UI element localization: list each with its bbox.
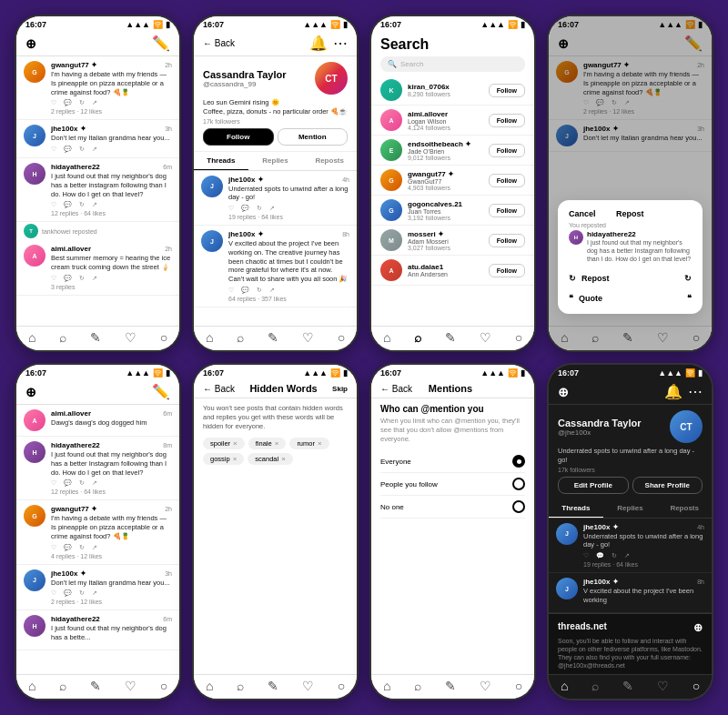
tab-reposts[interactable]: Reposts [302,152,357,170]
follow-btn-2[interactable]: Follow [489,114,525,127]
result-name-6[interactable]: mosseri ✦ [408,230,483,238]
radio-noone[interactable] [512,500,525,513]
repost-3[interactable]: ↻ [79,201,85,208]
nav-profile-3[interactable]: ○ [515,330,522,345]
result-name-4[interactable]: gwangut77 ✦ [408,170,483,178]
nav-search-6[interactable]: ⌕ [237,679,244,693]
result-name-2[interactable]: aimi.allover [408,110,483,118]
nav-compose-7[interactable]: ✎ [445,679,456,693]
mention-option-following[interactable]: People you follow [380,473,525,496]
nav-home-8[interactable]: ⌂ [561,679,568,693]
search-box[interactable]: 🔍 Search [380,56,525,72]
profile-followers[interactable]: 17k followers [203,118,348,125]
dark-like-1[interactable]: ♡ [583,552,589,559]
compose-icon[interactable]: ✏️ [152,35,170,52]
share-action[interactable]: ↗ [92,99,97,106]
dark-tab-threads[interactable]: Threads [549,499,603,518]
repost-f5-4[interactable]: ↻ [79,589,85,597]
comment-p2-1[interactable]: 💬 [241,205,249,212]
username-p2-2[interactable]: jhe100x ✦ [228,230,264,238]
repost-f5-2[interactable]: ↻ [79,479,85,487]
share-p2-1[interactable]: ↗ [269,205,275,212]
repost-f5-3[interactable]: ↻ [79,544,85,551]
share-p2-2[interactable]: ↗ [269,287,275,294]
nav-home[interactable]: ⌂ [28,330,35,345]
username-3[interactable]: hidayathere22 [51,163,100,171]
share-f5-3[interactable]: ↗ [92,544,97,551]
back-button-2[interactable]: ← Back [203,38,235,48]
radio-everyone[interactable] [512,455,525,468]
nav-profile-5[interactable]: ○ [160,679,167,693]
comment-5[interactable]: 💬 [64,275,72,282]
nav-activity-7[interactable]: ♡ [480,679,491,693]
username-2[interactable]: jhe100x ✦ [51,125,86,133]
user-f5-2[interactable]: hidayathere22 [51,441,100,449]
follow-button[interactable]: Follow [203,128,274,146]
like-p2-2[interactable]: ♡ [228,287,234,294]
nav-activity-2[interactable]: ♡ [302,330,314,345]
nav-profile-6[interactable]: ○ [338,679,345,693]
radio-following[interactable] [512,478,525,490]
like-5[interactable]: ♡ [51,275,56,282]
nav-search-2[interactable]: ⌕ [237,330,244,345]
comment-f5-2[interactable]: 💬 [64,479,72,487]
nav-home-2[interactable]: ⌂ [206,330,213,345]
repost-p2-1[interactable]: ↻ [257,205,262,212]
nav-profile[interactable]: ○ [160,330,167,345]
dark-tab-reposts[interactable]: Reposts [657,499,712,518]
nav-activity-8[interactable]: ♡ [657,679,669,693]
follow-btn-4[interactable]: Follow [489,174,525,187]
mention-option-everyone[interactable]: Everyone [380,450,525,473]
repost-5[interactable]: ↻ [79,275,85,282]
like-f5-4[interactable]: ♡ [51,589,56,597]
dark-profile-followers[interactable]: 17k followers [558,467,703,473]
remove-rumor[interactable]: × [318,439,322,448]
comment-action[interactable]: 💬 [64,99,72,106]
nav-search-5[interactable]: ⌕ [59,679,66,693]
comment-f5-3[interactable]: 💬 [64,544,72,551]
edit-profile-btn[interactable]: Edit Profile [558,477,629,494]
share-5[interactable]: ↗ [92,275,97,282]
nav-home-7[interactable]: ⌂ [383,679,390,693]
dark-user-2[interactable]: jhe100x ✦ [583,578,619,586]
more-8[interactable]: ⋯ [688,383,703,400]
user-f5-4[interactable]: jhe100x ✦ [51,569,86,578]
dark-tab-replies[interactable]: Replies [603,499,658,518]
result-name-7[interactable]: atu.daiae1 [408,263,483,271]
bell-8[interactable]: 🔔 [664,383,682,400]
nav-search-7[interactable]: ⌕ [414,679,421,693]
mention-option-noone[interactable]: No one [380,496,525,519]
follow-btn-5[interactable]: Follow [489,204,525,217]
follow-btn-6[interactable]: Follow [489,234,525,247]
remove-finale[interactable]: × [275,439,279,448]
like-f5-2[interactable]: ♡ [51,479,56,487]
tab-replies[interactable]: Replies [248,152,303,170]
back-button-7[interactable]: ← Back [380,384,412,394]
nav-activity-3[interactable]: ♡ [480,330,491,345]
nav-profile-7[interactable]: ○ [515,679,522,693]
follow-btn-3[interactable]: Follow [489,144,525,157]
comment-p2-2[interactable]: 💬 [241,287,249,294]
nav-compose-6[interactable]: ✎ [268,679,278,693]
user-f5-1[interactable]: aimi.allover [51,409,91,418]
username-5[interactable]: aimi.allover [51,245,91,253]
dark-share-1[interactable]: ↗ [624,552,630,559]
like-2[interactable]: ♡ [51,146,56,153]
like-p2-1[interactable]: ♡ [228,205,234,212]
repost-p2-2[interactable]: ↻ [257,287,262,294]
skip-button-6[interactable]: Skip [332,385,348,393]
nav-activity-6[interactable]: ♡ [302,679,314,693]
nav-icons-1[interactable]: ✏️ [152,35,170,52]
remove-spoiler[interactable]: × [233,439,238,448]
remove-gossip[interactable]: × [233,455,238,463]
follow-btn-1[interactable]: Follow [489,84,525,97]
nav-home-6[interactable]: ⌂ [206,679,213,693]
nav-compose-5[interactable]: ✎ [90,679,101,693]
nav-home-3[interactable]: ⌂ [383,330,390,345]
nav-activity-5[interactable]: ♡ [125,679,136,693]
username-1[interactable]: gwangut77 ✦ [51,61,97,69]
share-2[interactable]: ↗ [92,146,97,153]
dark-comment-1[interactable]: 💬 [596,552,604,559]
quote-option[interactable]: ❝ Quote ❝ [563,288,697,308]
user-f5-5[interactable]: hidayathere22 [51,615,100,623]
